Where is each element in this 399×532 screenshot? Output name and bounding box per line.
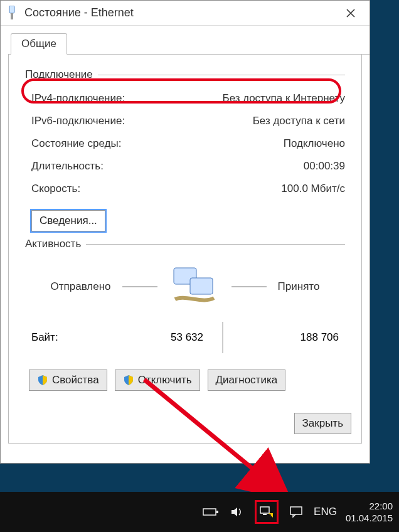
bytes-label: Байт: bbox=[31, 331, 107, 344]
titlebar: Состояние - Ethernet bbox=[1, 1, 370, 26]
duration-label: Длительность: bbox=[31, 160, 104, 173]
window-close-button[interactable] bbox=[337, 4, 364, 23]
svg-rect-1 bbox=[11, 13, 13, 19]
network-tray-icon-highlighted[interactable]: ! bbox=[255, 500, 279, 524]
row-speed: Скорость: 100.0 Мбит/с bbox=[31, 178, 345, 200]
shield-icon bbox=[123, 375, 134, 386]
window-title: Состояние - Ethernet bbox=[24, 6, 337, 19]
group-activity-label: Активность bbox=[25, 238, 81, 250]
ipv4-label: IPv4-подключение: bbox=[31, 92, 125, 105]
group-connection: Подключение IPv4-подключение: Без доступ… bbox=[25, 68, 345, 231]
tab-general[interactable]: Общие bbox=[11, 33, 67, 55]
svg-rect-0 bbox=[9, 6, 14, 13]
ethernet-status-window: Состояние - Ethernet Общие Подключение I… bbox=[0, 0, 370, 464]
sent-bytes: 53 632 bbox=[107, 331, 203, 344]
recv-label: Принято bbox=[278, 280, 320, 293]
panel: Подключение IPv4-подключение: Без доступ… bbox=[8, 55, 362, 444]
details-button[interactable]: Сведения... bbox=[31, 210, 105, 231]
group-connection-label: Подключение bbox=[25, 68, 93, 81]
svg-rect-7 bbox=[260, 507, 269, 513]
lang-indicator[interactable]: ENG bbox=[314, 506, 337, 518]
clock[interactable]: 22:00 01.04.2015 bbox=[346, 500, 393, 524]
diagnose-button[interactable]: Диагностика bbox=[208, 370, 286, 391]
taskbar: ! ENG 22:00 01.04.2015 bbox=[0, 492, 399, 532]
tabstrip: Общие bbox=[8, 32, 370, 55]
svg-rect-6 bbox=[216, 511, 218, 513]
disable-button[interactable]: Отключить bbox=[115, 370, 200, 391]
media-value: Подключено bbox=[284, 137, 345, 150]
speed-label: Скорость: bbox=[31, 183, 80, 195]
svg-rect-8 bbox=[263, 514, 267, 515]
shield-icon bbox=[37, 375, 48, 386]
media-label: Состояние среды: bbox=[31, 137, 121, 150]
activity-row: Отправлено Принято bbox=[25, 257, 345, 317]
duration-value: 00:00:39 bbox=[304, 160, 345, 173]
sent-label: Отправлено bbox=[51, 280, 111, 293]
ipv6-value: Без доступа к сети bbox=[253, 115, 345, 127]
bytes-row: Байт: 53 632 188 706 bbox=[31, 322, 339, 353]
volume-icon[interactable] bbox=[228, 503, 246, 521]
svg-rect-3 bbox=[190, 278, 213, 294]
recv-bytes: 188 706 bbox=[242, 331, 339, 344]
action-center-icon[interactable] bbox=[287, 503, 305, 521]
ipv6-label: IPv6-подключение: bbox=[31, 115, 125, 127]
divider bbox=[98, 75, 345, 75]
close-button[interactable]: Закрыть bbox=[294, 413, 351, 434]
battery-icon[interactable] bbox=[202, 503, 220, 521]
svg-rect-10 bbox=[290, 507, 302, 514]
properties-button[interactable]: Свойства bbox=[29, 370, 107, 391]
ipv4-value: Без доступа к Интернету bbox=[222, 92, 345, 105]
disable-label: Отключить bbox=[138, 374, 192, 386]
svg-text:!: ! bbox=[270, 513, 272, 518]
divider bbox=[222, 322, 223, 353]
row-duration: Длительность: 00:00:39 bbox=[31, 155, 345, 178]
clock-date: 01.04.2015 bbox=[346, 512, 393, 524]
group-activity: Активность Отправлено Принято Байт: bbox=[25, 238, 345, 391]
properties-label: Свойства bbox=[52, 374, 99, 386]
divider bbox=[86, 244, 345, 245]
ethernet-adapter-icon bbox=[6, 6, 18, 21]
network-activity-icon bbox=[169, 264, 220, 309]
svg-rect-5 bbox=[203, 509, 216, 515]
row-ipv6: IPv6-подключение: Без доступа к сети bbox=[31, 110, 345, 132]
row-ipv4: IPv4-подключение: Без доступа к Интернет… bbox=[31, 87, 345, 110]
speed-value: 100.0 Мбит/с bbox=[281, 183, 345, 195]
row-media: Состояние среды: Подключено bbox=[31, 132, 345, 155]
clock-time: 22:00 bbox=[346, 500, 393, 513]
divider bbox=[122, 286, 157, 287]
divider bbox=[231, 286, 267, 287]
